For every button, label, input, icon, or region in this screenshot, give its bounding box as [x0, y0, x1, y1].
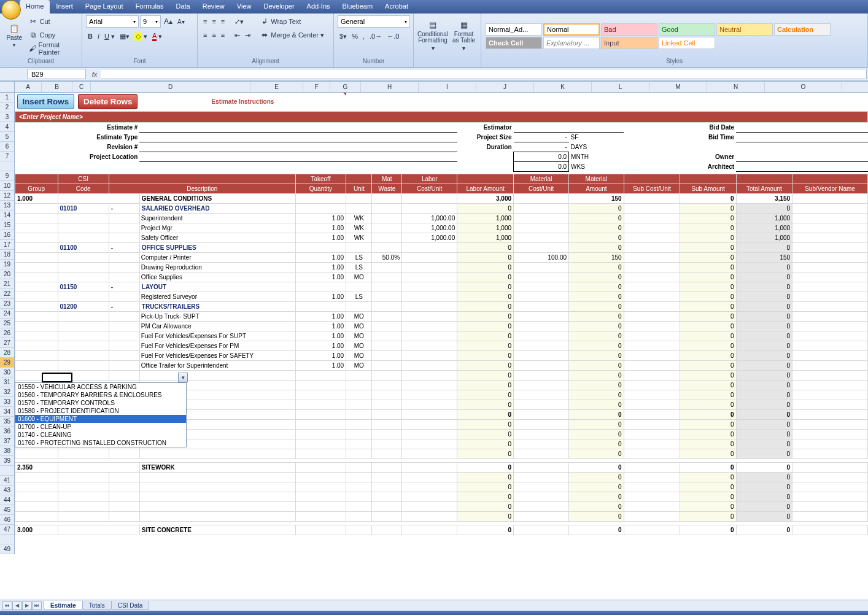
decrease-decimal-button[interactable]: ←.0: [385, 30, 401, 42]
row-header[interactable]: 16: [0, 230, 14, 240]
bold-button[interactable]: B: [86, 30, 95, 42]
col-header-E[interactable]: E: [250, 82, 303, 92]
tab-nav-first[interactable]: ⏮: [2, 601, 12, 610]
dropdown-option[interactable]: 01740 - CLEANING: [15, 431, 186, 439]
cell-style-explanatory-[interactable]: Explanatory ...: [543, 37, 600, 49]
cut-button[interactable]: ✂Cut: [27, 15, 78, 28]
row-header[interactable]: [0, 161, 14, 171]
cell-style-normal[interactable]: Normal: [543, 23, 600, 36]
tab-nav-next[interactable]: ▶: [22, 601, 32, 610]
row-header[interactable]: 2: [0, 102, 14, 112]
row-header[interactable]: 10: [0, 181, 14, 191]
col-header-H[interactable]: H: [361, 82, 419, 92]
row-header[interactable]: 22: [0, 289, 14, 299]
col-header-B[interactable]: B: [42, 82, 72, 92]
increase-decimal-button[interactable]: .0→: [368, 30, 384, 42]
currency-button[interactable]: $▾: [338, 30, 349, 42]
insert-rows-button[interactable]: Insert Rows: [17, 94, 75, 109]
font-size-combo[interactable]: 9▾: [140, 15, 161, 28]
cell-style-check-cell[interactable]: Check Cell: [486, 37, 542, 49]
row-header[interactable]: 19: [0, 260, 14, 269]
row-header[interactable]: 49: [0, 544, 14, 554]
row-header[interactable]: 3: [0, 112, 14, 122]
office-button[interactable]: [1, 0, 21, 20]
col-header-O[interactable]: O: [765, 82, 842, 92]
wrap-text-button[interactable]: ↲Wrap Text: [258, 15, 326, 28]
align-right-button[interactable]: ≡: [219, 29, 227, 41]
row-header[interactable]: 6: [0, 142, 14, 152]
dropdown-option[interactable]: 01580 - PROJECT IDENTIFICATION: [15, 407, 186, 415]
tab-nav-last[interactable]: ⏭: [32, 601, 42, 610]
dropdown-option[interactable]: 01700 - CLEAN-UP: [15, 423, 186, 431]
format-as-table-button[interactable]: ▦ Format as Table▾: [451, 15, 477, 56]
col-header-I[interactable]: I: [419, 82, 476, 92]
cell-style-calculation[interactable]: Calculation: [774, 23, 831, 36]
row-header[interactable]: 20: [0, 269, 14, 279]
tab-page-layout[interactable]: Page Layout: [79, 0, 130, 14]
row-header[interactable]: 5: [0, 132, 14, 142]
copy-button[interactable]: ⧉Copy: [27, 29, 78, 41]
col-header-C[interactable]: C: [72, 82, 91, 92]
cell-style-linked-cell[interactable]: Linked Cell: [659, 37, 715, 49]
row-header[interactable]: 36: [0, 427, 14, 436]
number-format-combo[interactable]: General▾: [338, 15, 410, 28]
row-header[interactable]: 31: [0, 377, 14, 387]
tab-nav-prev[interactable]: ◀: [12, 601, 22, 610]
tab-add-ins[interactable]: Add-Ins: [301, 0, 336, 14]
font-color-button[interactable]: A▾: [150, 30, 164, 42]
row-header[interactable]: 7: [0, 152, 14, 161]
row-header[interactable]: 13: [0, 201, 14, 211]
font-name-combo[interactable]: Arial▾: [86, 15, 139, 28]
row-header[interactable]: 47: [0, 525, 14, 535]
row-header[interactable]: 37: [0, 436, 14, 446]
row-header[interactable]: [0, 466, 14, 476]
row-header[interactable]: 41: [0, 476, 14, 485]
row-header[interactable]: [0, 535, 14, 544]
row-headers[interactable]: 1234567910121314151617181920212223242526…: [0, 93, 15, 554]
row-header[interactable]: 46: [0, 515, 14, 525]
sheet-cells[interactable]: Insert RowsDelete RowsEstimate Instructi…: [15, 93, 868, 535]
col-header-K[interactable]: K: [534, 82, 592, 92]
format-painter-button[interactable]: 🖌Format Painter: [27, 42, 78, 55]
cell-styles-gallery[interactable]: Normal_Ad...NormalBadGoodNeutralCalculat…: [485, 23, 841, 50]
col-header-G[interactable]: G: [330, 82, 361, 92]
align-bottom-button[interactable]: ≡: [219, 15, 227, 28]
col-header-L[interactable]: L: [592, 82, 649, 92]
formula-input[interactable]: [101, 69, 867, 79]
row-header[interactable]: 1: [0, 93, 14, 102]
col-header-F[interactable]: F: [303, 82, 330, 92]
dropdown-option[interactable]: 01570 - TEMPORARY CONTROLS: [15, 399, 186, 407]
sheet-tab-totals[interactable]: Totals: [82, 601, 112, 610]
cell-style-normal-ad-[interactable]: Normal_Ad...: [486, 23, 542, 36]
row-header[interactable]: 27: [0, 338, 14, 348]
dropdown-option[interactable]: 01760 - PROTECTING INSTALLED CONSTRUCTIO…: [15, 439, 186, 447]
merge-center-button[interactable]: ⬌Merge & Center▾: [258, 29, 326, 41]
select-all-corner[interactable]: [0, 82, 15, 93]
row-header[interactable]: 33: [0, 397, 14, 407]
italic-button[interactable]: I: [96, 30, 101, 42]
row-header[interactable]: 45: [0, 505, 14, 515]
fill-color-button[interactable]: ◇▾: [133, 30, 149, 42]
sheet-tab-csi-data[interactable]: CSI Data: [111, 601, 150, 610]
tab-developer[interactable]: Developer: [257, 0, 300, 14]
tab-home[interactable]: Home: [20, 0, 50, 14]
conditional-formatting-button[interactable]: ▤ Conditional Formatting▾: [417, 15, 448, 56]
dropdown-option[interactable]: 01560 - TEMPORARY BARRIERS & ENCLOSURES: [15, 391, 186, 399]
paste-button[interactable]: 📋 Paste ▾: [4, 15, 25, 56]
row-header[interactable]: 14: [0, 211, 14, 220]
row-header[interactable]: 12: [0, 191, 14, 201]
fx-icon[interactable]: fx: [88, 68, 101, 80]
tab-view[interactable]: View: [231, 0, 258, 14]
dropdown-option[interactable]: 01550 - VEHICULAR ACCESS & PARKING: [15, 383, 186, 391]
name-box[interactable]: B29: [27, 69, 86, 79]
cell-style-neutral[interactable]: Neutral: [716, 23, 773, 36]
comma-button[interactable]: ,: [361, 30, 366, 42]
align-center-button[interactable]: ≡: [210, 29, 217, 41]
row-header[interactable]: 9: [0, 171, 14, 181]
tab-data[interactable]: Data: [169, 0, 196, 14]
cell-style-input[interactable]: Input: [601, 37, 657, 49]
tab-bluebeam[interactable]: Bluebeam: [336, 0, 379, 14]
row-header[interactable]: 39: [0, 456, 14, 466]
row-header[interactable]: 28: [0, 348, 14, 358]
delete-rows-button[interactable]: Delete Rows: [78, 94, 138, 109]
